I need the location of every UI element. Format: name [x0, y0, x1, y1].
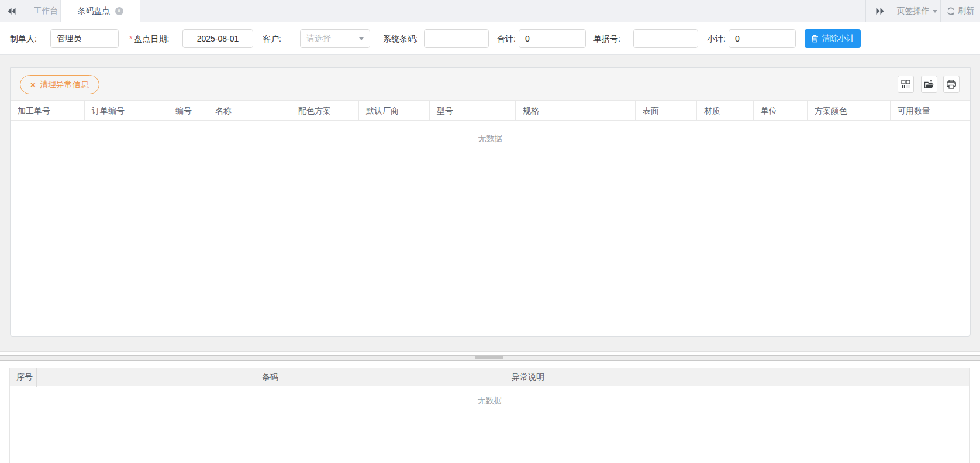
- x-icon: ×: [30, 80, 36, 89]
- total-label: 合计:: [497, 23, 516, 55]
- customer-select-placeholder: 请选择: [306, 33, 331, 44]
- filter-bar: 制单人: *盘点日期: 客户: 请选择 系统条码: 合计: 单据号: 小计: 清…: [0, 23, 980, 55]
- tab-operations-label: 页签操作: [897, 6, 930, 16]
- tab-label: 条码盘点: [78, 6, 111, 16]
- double-right-arrow-icon: [875, 7, 885, 15]
- check-date-label: *盘点日期:: [129, 23, 169, 55]
- grid-toolbar: × 清理异常信息: [11, 68, 970, 101]
- abnormal-grid-header: 序号 条码 异常说明: [10, 368, 969, 386]
- export-button[interactable]: [921, 76, 937, 93]
- trash-icon: [811, 35, 819, 43]
- clean-abnormal-button[interactable]: × 清理异常信息: [20, 75, 99, 94]
- total-input[interactable]: [519, 29, 586, 48]
- select-caret-icon: [359, 37, 364, 40]
- customer-select[interactable]: 请选择: [300, 29, 370, 48]
- grid-header-cell: 默认厂商: [359, 101, 430, 121]
- splitter-handle[interactable]: [475, 356, 503, 359]
- clean-abnormal-label: 清理异常信息: [40, 80, 89, 90]
- refresh-button[interactable]: 刷新: [940, 0, 980, 22]
- abnormal-grid: 序号 条码 异常说明 无数据: [9, 368, 970, 463]
- grid-header-cell: 可用数量: [891, 101, 970, 121]
- doc-number-input[interactable]: [633, 29, 698, 48]
- subtotal-input[interactable]: [729, 29, 796, 48]
- doc-number-label: 单据号:: [593, 23, 620, 55]
- double-left-arrow-icon: [7, 7, 16, 15]
- items-grid-header: 加工单号 订单编号 编号 名称 配色方案 默认厂商 型号 规格 表面 材质 单位…: [11, 101, 970, 121]
- creator-input[interactable]: [50, 29, 119, 48]
- grid-header-cell: 单位: [754, 101, 808, 121]
- grid-header-cell: 名称: [208, 101, 291, 121]
- scroll-tabs-right-button[interactable]: [865, 0, 893, 22]
- customer-label: 客户:: [263, 23, 281, 55]
- refresh-label: 刷新: [958, 6, 974, 16]
- column-settings-icon: [900, 79, 911, 90]
- items-grid-empty-text: 无数据: [478, 133, 503, 144]
- creator-label: 制单人:: [10, 23, 37, 55]
- grid-header-cell: 编号: [168, 101, 208, 121]
- print-button[interactable]: [943, 76, 960, 93]
- export-icon: [924, 79, 934, 90]
- refresh-icon: [947, 7, 955, 15]
- grid-header-cell: 序号: [10, 368, 37, 387]
- tab-operations-button[interactable]: 页签操作: [893, 0, 940, 22]
- items-grid-panel: × 清理异常信息: [10, 67, 971, 337]
- print-icon: [946, 79, 957, 90]
- grid-header-cell: 方案颜色: [808, 101, 891, 121]
- chevron-down-icon: [933, 10, 937, 13]
- system-barcode-label: 系统条码:: [383, 23, 418, 55]
- tab-bar: 工作台 条码盘点 × 页签操作 刷新: [0, 0, 980, 22]
- grid-header-cell: 型号: [430, 101, 516, 121]
- grid-header-cell: 订单编号: [85, 101, 168, 121]
- scroll-tabs-left-button[interactable]: [0, 0, 23, 22]
- tab-barcode-check[interactable]: 条码盘点 ×: [60, 0, 140, 22]
- clear-subtotal-button[interactable]: 清除小计: [805, 29, 861, 48]
- grid-header-cell: 表面: [636, 101, 697, 121]
- grid-header-cell: 异常说明: [503, 368, 969, 387]
- subtotal-label: 小计:: [707, 23, 726, 55]
- tab-close-icon[interactable]: ×: [115, 7, 123, 15]
- grid-header-cell: 加工单号: [11, 101, 85, 121]
- column-settings-button[interactable]: [898, 76, 914, 93]
- system-barcode-input[interactable]: [424, 29, 489, 48]
- tab-label: 工作台: [34, 6, 58, 16]
- required-asterisk: *: [129, 34, 132, 43]
- grid-header-cell: 配色方案: [291, 101, 359, 121]
- check-date-input[interactable]: [182, 29, 253, 48]
- abnormal-grid-empty-text: 无数据: [478, 396, 502, 406]
- splitter[interactable]: [0, 355, 980, 361]
- grid-header-cell: 材质: [697, 101, 754, 121]
- grid-header-cell: 条码: [37, 368, 503, 387]
- clear-subtotal-label: 清除小计: [822, 33, 855, 44]
- grid-header-cell: 规格: [516, 101, 636, 121]
